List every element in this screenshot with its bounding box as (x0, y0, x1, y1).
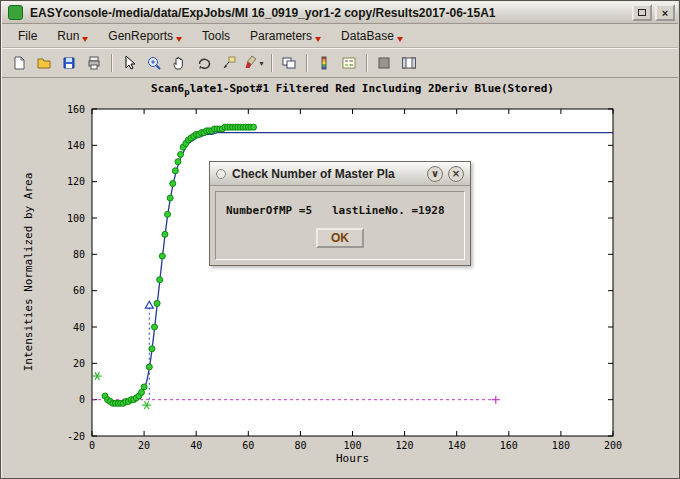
menu-database[interactable]: DataBase (331, 25, 413, 47)
menu-file[interactable]: File (8, 25, 47, 47)
new-file-button[interactable] (7, 51, 31, 75)
chart-title-pre: Scan6 (151, 82, 184, 95)
menu-mnemonic-icon (397, 37, 403, 42)
x-tick-label: 140 (448, 440, 466, 451)
x-tick-label: 100 (343, 440, 361, 451)
y-tick-label: -20 (67, 431, 85, 442)
x-tick-label: 200 (604, 440, 622, 451)
x-tick-label: 40 (190, 440, 202, 451)
maximize-icon (638, 9, 646, 16)
y-tick-label: 60 (73, 285, 85, 296)
link-plot-button[interactable] (277, 51, 301, 75)
print-icon (86, 55, 102, 71)
zoom-in-icon (146, 55, 162, 71)
menu-file-label: File (18, 29, 37, 43)
show-plot-tools-button[interactable] (397, 51, 421, 75)
x-tick-label: 80 (294, 440, 306, 451)
menu-mnemonic-icon (82, 37, 88, 42)
y-tick-label: 40 (73, 322, 85, 333)
chart-title: Scan6plate1-Spot#1 Filtered Red Includin… (92, 82, 613, 97)
dropdown-caret-icon: ▾ (259, 59, 263, 68)
show-plot-tools-icon (401, 55, 417, 71)
zoom-in-button[interactable] (142, 51, 166, 75)
check-number-dialog: Check Number of Master Pla ∨ × NumberOfM… (209, 161, 471, 266)
edit-plot-button[interactable] (117, 51, 141, 75)
dialog-minimize-button[interactable]: ∨ (427, 166, 443, 182)
hide-plot-tools-button[interactable] (372, 51, 396, 75)
menu-database-label: DataBase (341, 29, 394, 43)
y-tick-label: 20 (73, 358, 85, 369)
menu-genreports[interactable]: GenReports (98, 25, 192, 47)
insert-legend-button[interactable] (337, 51, 361, 75)
menu-tools[interactable]: Tools (192, 25, 240, 47)
legend-icon (341, 55, 357, 71)
pan-icon (171, 55, 187, 71)
x-tick-label: 120 (396, 440, 414, 451)
app-window: EASYconsole-/media/data/ExpJobs/MI 16_09… (0, 0, 680, 479)
x-tick-label: 180 (552, 440, 570, 451)
dialog-icon (216, 169, 226, 179)
save-icon (61, 55, 77, 71)
dialog-titlebar[interactable]: Check Number of Master Pla ∨ × (210, 162, 470, 186)
figure-toolbar: ▾ (2, 49, 678, 78)
plot-area[interactable] (92, 109, 613, 436)
menu-genreports-label: GenReports (108, 29, 173, 43)
toolbar-separator (366, 54, 368, 72)
x-tick-label: 0 (89, 440, 95, 451)
rotate-3d-icon (196, 55, 212, 71)
save-button[interactable] (57, 51, 81, 75)
brush-icon (244, 55, 258, 71)
maximize-button[interactable] (632, 4, 652, 21)
toolbar-separator (111, 54, 113, 72)
new-file-icon (11, 55, 27, 71)
print-button[interactable] (82, 51, 106, 75)
window-title: EASYconsole-/media/data/ExpJobs/MI 16_09… (30, 6, 629, 20)
dialog-close-button[interactable]: × (448, 166, 464, 182)
chart-title-post: late1-Spot#1 Filtered Red Including 2Der… (190, 82, 554, 95)
menu-run-label: Run (57, 29, 79, 43)
menu-mnemonic-icon (176, 37, 182, 42)
y-tick-label: 100 (67, 213, 85, 224)
y-tick-label: 120 (67, 176, 85, 187)
dialog-ok-button[interactable]: OK (316, 228, 364, 248)
link-plot-icon (281, 55, 297, 71)
y-tick-label: 140 (67, 140, 85, 151)
app-icon (8, 5, 23, 20)
colorbar-icon (316, 55, 332, 71)
chart-canvas[interactable]: 020406080100120140160180200-200204060801… (2, 78, 676, 477)
x-axis-label: Hours (92, 452, 613, 465)
close-button[interactable]: × (655, 4, 675, 21)
x-tick-label: 60 (242, 440, 254, 451)
pan-button[interactable] (167, 51, 191, 75)
menu-parameters-label: Parameters (250, 29, 312, 43)
y-axis-label: Intensities Normalized by Area (22, 173, 35, 372)
dialog-title: Check Number of Master Pla (232, 167, 422, 181)
menu-bar: File Run GenReports Tools Parameters Dat… (2, 24, 678, 48)
window-titlebar[interactable]: EASYconsole-/media/data/ExpJobs/MI 16_09… (2, 2, 678, 24)
insert-colorbar-button[interactable] (312, 51, 336, 75)
y-tick-label: 0 (79, 394, 85, 405)
y-tick-label: 80 (73, 249, 85, 260)
dialog-body: NumberOfMP =5 lastLineNo. =1928 OK (215, 191, 465, 260)
menu-tools-label: Tools (202, 29, 230, 43)
open-file-button[interactable] (32, 51, 56, 75)
rotate-3d-button[interactable] (192, 51, 216, 75)
data-cursor-button[interactable] (217, 51, 241, 75)
toolbar-separator (271, 54, 273, 72)
menu-run[interactable]: Run (47, 25, 98, 47)
data-cursor-icon (221, 55, 237, 71)
toolbar-separator (306, 54, 308, 72)
menu-mnemonic-icon (315, 37, 321, 42)
hide-plot-tools-icon (376, 55, 392, 71)
dialog-message: NumberOfMP =5 lastLineNo. =1928 (226, 204, 454, 217)
menu-parameters[interactable]: Parameters (240, 25, 331, 47)
brush-button[interactable]: ▾ (242, 51, 266, 75)
open-file-icon (36, 55, 52, 71)
figure-area: 020406080100120140160180200-200204060801… (2, 78, 678, 477)
y-tick-label: 160 (67, 104, 85, 115)
x-tick-label: 20 (138, 440, 150, 451)
x-tick-label: 160 (500, 440, 518, 451)
edit-plot-icon (121, 55, 137, 71)
